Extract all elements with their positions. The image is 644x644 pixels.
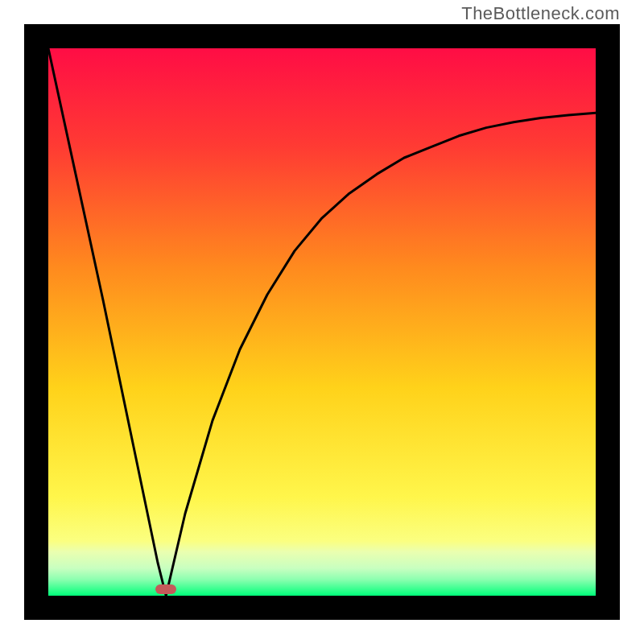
plot-area: [48, 48, 596, 596]
minimum-marker: [155, 584, 176, 594]
curve-layer: [48, 48, 596, 596]
bottleneck-curve: [48, 48, 596, 596]
watermark-text: TheBottleneck.com: [461, 3, 620, 24]
plot-frame: [24, 24, 620, 620]
chart-stage: TheBottleneck.com: [0, 0, 644, 644]
